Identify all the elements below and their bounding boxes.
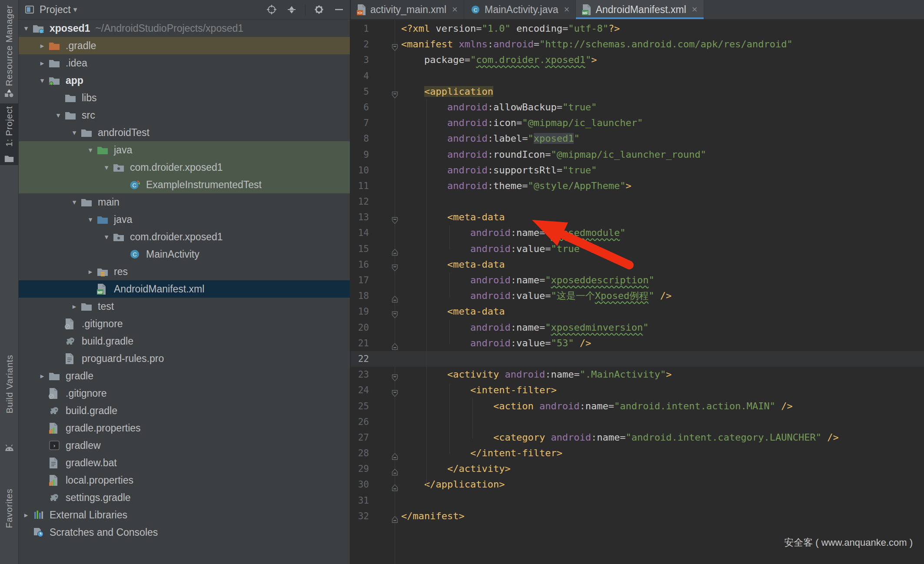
tree-item-app[interactable]: ▾app <box>19 72 350 89</box>
line-number: 19 <box>351 304 369 319</box>
line-number: 11 <box>351 178 369 194</box>
line-number: 30 <box>351 477 369 492</box>
code-editor[interactable]: 1<?xml version="1.0" encoding="utf-8"?>2… <box>351 20 924 564</box>
chevron-down-icon[interactable]: ▾ <box>100 232 113 242</box>
chevron-down-icon[interactable]: ▾ <box>84 215 97 224</box>
tree-item--idea[interactable]: ▸.idea <box>19 54 350 72</box>
line-number: 9 <box>351 147 369 163</box>
stripe-button-build-variants[interactable]: Build Variants <box>0 328 18 455</box>
tree-item-gradle-properties[interactable]: gradle.properties <box>19 419 350 437</box>
code-line-3: 3 package="com.droider.xposed1"> <box>351 52 924 68</box>
line-number: 23 <box>351 367 369 382</box>
chevron-down-icon[interactable]: ▾ <box>84 146 97 155</box>
editor-area: <>activity_main.xml×CMainActivity.java×M… <box>351 0 924 564</box>
close-icon[interactable]: × <box>692 4 698 15</box>
gear-button[interactable] <box>312 3 326 16</box>
chevron-down-icon[interactable]: ▾ <box>52 111 65 120</box>
tab-activity-main-xml[interactable]: <>activity_main.xml× <box>351 0 464 19</box>
tree-item-test[interactable]: ▸test <box>19 298 350 315</box>
chevron-down-icon[interactable]: ▾ <box>68 128 81 137</box>
line-number: 1 <box>351 21 369 36</box>
tree-item-settings-gradle[interactable]: settings.gradle <box>19 489 350 506</box>
tree-item--gitignore[interactable]: .gitignore <box>19 385 350 402</box>
tree-item-scratches-and-consoles[interactable]: Scratches and Consoles <box>19 524 350 541</box>
class-test-icon: C <box>129 180 140 189</box>
tree-item-gradlew-bat[interactable]: gradlew.bat <box>19 454 350 471</box>
tree-item--gradle[interactable]: ▸.gradle <box>19 37 350 54</box>
folder-project-icon <box>33 23 44 33</box>
stripe-button-resource-manager[interactable]: Resource Manager <box>0 6 18 101</box>
collapse-button[interactable] <box>285 3 298 16</box>
tree-item--gitignore[interactable]: .gitignore <box>19 315 350 332</box>
target-button[interactable] <box>265 3 278 16</box>
tree-item-label: .gitignore <box>82 318 123 330</box>
tree-item-proguard-rules-pro[interactable]: proguard-rules.pro <box>19 350 350 367</box>
tree-item-androidtest[interactable]: ▾androidTest <box>19 124 350 141</box>
svg-text:C: C <box>474 7 478 13</box>
chevron-down-icon[interactable]: ▾ <box>36 76 49 85</box>
tab-mainactivity-java[interactable]: CMainActivity.java× <box>464 0 576 19</box>
line-number: 15 <box>351 241 369 257</box>
tree-item-label: java <box>114 214 132 226</box>
tree-item-label: main <box>98 196 120 208</box>
close-icon[interactable]: × <box>452 4 458 15</box>
chevron-down-icon[interactable]: ▾ <box>20 24 33 33</box>
project-panel-title[interactable]: Project <box>40 4 71 16</box>
code-line-1: 1<?xml version="1.0" encoding="utf-8"?> <box>351 21 924 36</box>
stripe-label: 1: Project <box>4 106 14 147</box>
stripe-button-favorites[interactable]: Favorites <box>0 468 18 564</box>
code-line-18: 18 android:value="这是一个Xposed例程" /> <box>351 288 924 304</box>
tree-item-main[interactable]: ▾main <box>19 193 350 211</box>
line-number: 2 <box>351 36 369 52</box>
tree-item-com-droider-xposed1[interactable]: ▾com.droider.xposed1 <box>19 228 350 246</box>
hide-button[interactable] <box>332 3 346 16</box>
chevron-right-icon[interactable]: ▸ <box>68 302 81 311</box>
tree-item-res[interactable]: ▸res <box>19 263 350 280</box>
tree-item-build-gradle[interactable]: build.gradle <box>19 402 350 419</box>
chevron-right-icon[interactable]: ▸ <box>84 267 97 276</box>
chevron-right-icon[interactable]: ▸ <box>36 372 49 381</box>
tree-item-androidmanifest-xml[interactable]: MFAndroidManifest.xml <box>19 280 350 298</box>
chevron-down-icon[interactable]: ▾ <box>73 5 77 14</box>
tree-item-local-properties[interactable]: local.properties <box>19 471 350 489</box>
line-number: 5 <box>351 84 369 100</box>
tree-item-gradlew[interactable]: ›gradlew <box>19 437 350 454</box>
tree-item-external-libraries[interactable]: ▸External Libraries <box>19 506 350 524</box>
line-number: 8 <box>351 131 369 146</box>
code-line-12: 12 <box>351 194 924 209</box>
stripe-label: Resource Manager <box>4 5 14 86</box>
tree-item-com-droider-xposed1[interactable]: ▾com.droider.xposed1 <box>19 159 350 176</box>
tree-item-exampleinstrumentedtest[interactable]: CExampleInstrumentedTest <box>19 176 350 193</box>
chevron-down-icon[interactable]: ▾ <box>100 163 113 172</box>
tree-item-label: .gradle <box>66 40 96 52</box>
indent-guide <box>426 100 427 486</box>
code-line-29: 29 </activity> <box>351 461 924 477</box>
chevron-right-icon[interactable]: ▸ <box>20 511 33 520</box>
tree-item-xposed1[interactable]: ▾xposed1~/AndroidStudioProjects/xposed1 <box>19 20 350 37</box>
line-number: 10 <box>351 163 369 178</box>
file-ignored-icon <box>65 318 74 330</box>
tab-androidmanifest-xml[interactable]: MFAndroidManifest.xml× <box>576 0 704 19</box>
chevron-down-icon[interactable]: ▾ <box>68 198 81 207</box>
chevron-right-icon[interactable]: ▸ <box>36 59 49 68</box>
tree-item-gradle[interactable]: ▸gradle <box>19 367 350 385</box>
code-line-14: 14 android:name="xposedmodule" <box>351 225 924 241</box>
folder-icon <box>65 110 76 120</box>
close-icon[interactable]: × <box>564 4 570 15</box>
stripe-button-1-project[interactable]: 1: Project <box>0 103 18 165</box>
line-number: 24 <box>351 382 369 398</box>
tool-window-stripe: Resource Manager1: ProjectBuild Variants… <box>0 0 19 564</box>
tree-item-java[interactable]: ▾java <box>19 211 350 228</box>
line-number: 7 <box>351 115 369 131</box>
tree-item-label: src <box>82 109 95 121</box>
fold-end-icon[interactable] <box>392 512 398 528</box>
svg-text:C: C <box>132 182 136 189</box>
tree-item-mainactivity[interactable]: CMainActivity <box>19 246 350 263</box>
tree-item-build-gradle[interactable]: build.gradle <box>19 332 350 350</box>
tree-item-java[interactable]: ▾java <box>19 141 350 159</box>
chevron-right-icon[interactable]: ▸ <box>36 41 49 50</box>
project-view-icon <box>23 3 36 16</box>
svg-text:<>: <> <box>357 10 362 15</box>
tree-item-src[interactable]: ▾src <box>19 106 350 124</box>
tree-item-libs[interactable]: libs <box>19 89 350 106</box>
